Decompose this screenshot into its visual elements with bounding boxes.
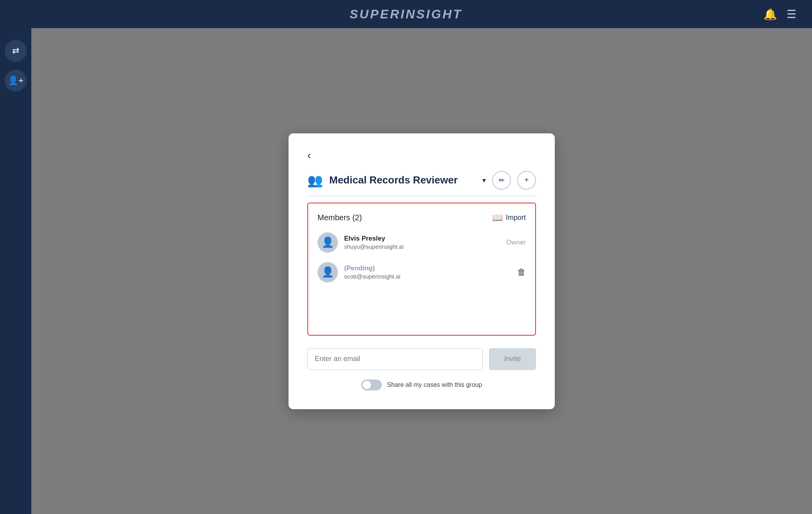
delete-member-button[interactable]: 🗑 <box>517 267 526 277</box>
add-user-button[interactable]: 👤+ <box>5 70 27 92</box>
member-info: Elvis Presley shuyu@superinsight.ai <box>344 235 500 250</box>
menu-icon[interactable]: ☰ <box>787 8 796 21</box>
share-row: Share all my cases with this group <box>307 379 536 390</box>
member-row: 👤 (Pending) scott@superinsight.ai 🗑 <box>318 262 526 282</box>
members-box: Members (2) 📖 Import 👤 Elvis Presley shu… <box>307 203 536 336</box>
plus-icon: + <box>525 176 529 184</box>
members-title: Members (2) <box>318 213 362 222</box>
bell-icon[interactable]: 🔔 <box>763 8 777 21</box>
share-toggle[interactable] <box>361 379 382 390</box>
edit-button[interactable]: ✏ <box>492 171 511 190</box>
modal-overlay: ‹ 👥 Medical Records Reviewer ▾ ✏ + Membe… <box>31 28 812 514</box>
email-input[interactable] <box>307 348 483 370</box>
sidebar: ⇄ 👤+ <box>0 28 31 514</box>
import-button[interactable]: 📖 Import <box>492 213 526 223</box>
invite-button[interactable]: Invite <box>489 348 536 370</box>
dropdown-arrow-icon[interactable]: ▾ <box>482 176 486 185</box>
chevron-left-icon: ‹ <box>307 149 311 161</box>
member-name-pending: (Pending) <box>344 264 511 272</box>
invite-section: Invite <box>307 348 536 370</box>
member-name: Elvis Presley <box>344 235 500 243</box>
group-icon: 👥 <box>307 173 323 188</box>
member-info: (Pending) scott@superinsight.ai <box>344 264 511 280</box>
avatar: 👤 <box>318 262 338 282</box>
header-divider <box>307 196 536 196</box>
avatar: 👤 <box>318 232 338 253</box>
add-member-button[interactable]: + <box>517 171 536 190</box>
toggle-thumb <box>363 381 371 389</box>
member-email: scott@superinsight.ai <box>344 273 511 280</box>
add-user-icon: 👤+ <box>8 75 23 86</box>
members-header: Members (2) 📖 Import <box>318 213 526 223</box>
swap-button[interactable]: ⇄ <box>5 40 27 62</box>
share-label: Share all my cases with this group <box>387 381 482 388</box>
member-email: shuyu@superinsight.ai <box>344 243 500 250</box>
member-role: Owner <box>506 239 526 246</box>
import-icon: 📖 <box>492 213 503 223</box>
group-name: Medical Records Reviewer <box>329 174 476 186</box>
modal-header: 👥 Medical Records Reviewer ▾ ✏ + <box>307 171 536 190</box>
modal-container: ‹ 👥 Medical Records Reviewer ▾ ✏ + Membe… <box>289 133 555 409</box>
import-label: Import <box>506 214 526 222</box>
swap-icon: ⇄ <box>12 46 19 56</box>
avatar-icon: 👤 <box>321 236 334 248</box>
avatar-icon: 👤 <box>321 266 334 278</box>
edit-icon: ✏ <box>499 176 505 185</box>
member-row: 👤 Elvis Presley shuyu@superinsight.ai Ow… <box>318 232 526 253</box>
topbar: SUPERINSIGHT 🔔 ☰ <box>0 0 812 28</box>
back-button[interactable]: ‹ <box>307 149 311 162</box>
topbar-actions: 🔔 ☰ <box>763 8 796 21</box>
app-title: SUPERINSIGHT <box>350 7 462 22</box>
